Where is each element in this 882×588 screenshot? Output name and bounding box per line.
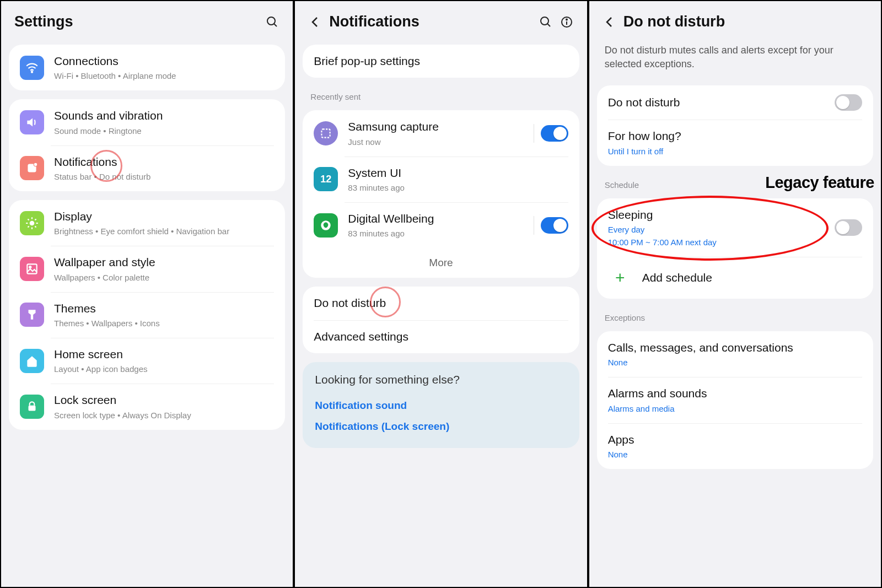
row-title: Display <box>54 209 274 224</box>
brief-popup-card: Brief pop-up settings <box>303 45 579 78</box>
settings-group-connections: Connections Wi-Fi • Bluetooth • Airplane… <box>9 45 285 90</box>
row-title: Sleeping <box>608 207 828 223</box>
page-title: Do not disturb <box>623 13 868 30</box>
tip-link[interactable]: Notifications (Lock screen) <box>315 416 567 437</box>
plus-icon: + <box>608 266 632 290</box>
svg-point-4 <box>34 163 37 167</box>
add-schedule-row[interactable]: + Add schedule <box>597 257 873 299</box>
row-sub: Brightness • Eye comfort shield • Naviga… <box>54 225 274 237</box>
svg-point-0 <box>267 17 275 25</box>
wallpaper-icon <box>20 257 44 281</box>
notifications-panel: Notifications Brief pop-up settings Rece… <box>294 0 588 588</box>
back-icon[interactable] <box>308 15 322 29</box>
dnd-main-card: Do not disturb For how long? Until I tur… <box>597 85 873 165</box>
search-icon[interactable] <box>265 15 279 29</box>
row-sub: Alarms and media <box>608 403 862 414</box>
lockscreen-row[interactable]: Lock screen Screen lock type • Always On… <box>9 384 285 429</box>
header: Do not disturb <box>589 1 881 40</box>
display-row[interactable]: Display Brightness • Eye comfort shield … <box>9 200 285 246</box>
wifi-icon <box>20 56 44 80</box>
svg-rect-16 <box>29 406 36 411</box>
app-time: 83 minutes ago <box>348 228 525 239</box>
row-sub: Themes • Wallpapers • Icons <box>54 317 274 329</box>
tip-card: Looking for something else? Notification… <box>303 362 579 448</box>
exception-row[interactable]: Calls, messages, and conversations None <box>597 331 873 377</box>
svg-line-11 <box>35 226 36 227</box>
row-title: Do not disturb <box>608 95 828 110</box>
recently-sent-card: Samsung capture Just now 12 System UI 83… <box>303 110 579 278</box>
row-sub: Sound mode • Ringtone <box>54 125 274 137</box>
exceptions-label: Exceptions <box>589 303 881 327</box>
row-sub: Until I turn it off <box>608 145 862 157</box>
row-sub: Wi-Fi • Bluetooth • Airplane mode <box>54 70 274 82</box>
row-sub: Wallpapers • Color palette <box>54 272 274 283</box>
dnd-advanced-card: Do not disturb Advanced settings <box>303 287 579 353</box>
dnd-panel: Do not disturb Do not disturb mutes call… <box>588 0 882 588</box>
app-toggle[interactable] <box>541 217 568 234</box>
tip-link[interactable]: Notification sound <box>315 395 567 416</box>
display-icon <box>20 211 44 235</box>
row-title: Calls, messages, and conversations <box>608 340 862 355</box>
dnd-row[interactable]: Do not disturb <box>303 287 579 320</box>
settings-group-display: Display Brightness • Eye comfort shield … <box>9 200 285 430</box>
app-time: 83 minutes ago <box>348 182 568 193</box>
row-title: Wallpaper and style <box>54 255 274 270</box>
settings-panel: Settings Connections Wi-Fi • Bluetooth •… <box>0 0 294 588</box>
svg-point-15 <box>29 266 31 268</box>
app-notif-row[interactable]: Digital Wellbeing 83 minutes ago <box>303 202 579 248</box>
app-toggle[interactable] <box>541 125 568 142</box>
connections-row[interactable]: Connections Wi-Fi • Bluetooth • Airplane… <box>9 45 285 90</box>
row-title: Advanced settings <box>314 329 568 344</box>
svg-point-17 <box>541 17 548 25</box>
header: Settings <box>1 1 293 40</box>
advanced-settings-row[interactable]: Advanced settings <box>303 320 579 353</box>
dnd-description: Do not disturb mutes calls and alerts ex… <box>589 40 881 81</box>
row-sub: Every day <box>608 224 828 235</box>
search-icon[interactable] <box>539 15 553 29</box>
svg-line-13 <box>35 219 36 220</box>
samsung-capture-icon <box>314 121 338 145</box>
sleeping-toggle[interactable] <box>835 219 862 236</box>
app-name: Digital Wellbeing <box>348 211 525 226</box>
exception-row[interactable]: Apps None <box>597 423 873 469</box>
back-icon[interactable] <box>603 15 617 29</box>
row-title: Lock screen <box>54 392 274 408</box>
digital-wellbeing-icon <box>314 213 338 238</box>
row-title: Alarms and sounds <box>608 386 862 401</box>
themes-row[interactable]: Themes Themes • Wallpapers • Icons <box>9 292 285 338</box>
brief-popup-row[interactable]: Brief pop-up settings <box>303 45 579 78</box>
app-notif-row[interactable]: 12 System UI 83 minutes ago <box>303 157 579 202</box>
svg-line-18 <box>547 24 550 26</box>
more-button[interactable]: More <box>303 248 579 278</box>
settings-group-sound-notif: Sounds and vibration Sound mode • Ringto… <box>9 99 285 191</box>
row-sub2: 10:00 PM ~ 7:00 AM next day <box>608 236 828 248</box>
recently-sent-label: Recently sent <box>295 82 587 106</box>
notif-icon <box>20 156 44 180</box>
app-notif-row[interactable]: Samsung capture Just now <box>303 110 579 156</box>
row-title: Do not disturb <box>314 295 568 311</box>
row-title: Connections <box>54 53 274 69</box>
page-title: Settings <box>14 13 259 30</box>
svg-point-21 <box>566 19 567 20</box>
dnd-toggle[interactable] <box>835 94 862 111</box>
homescreen-row[interactable]: Home screen Layout • App icon badges <box>9 338 285 384</box>
tip-title: Looking for something else? <box>315 373 567 386</box>
dnd-toggle-row[interactable]: Do not disturb <box>597 85 873 120</box>
how-long-row[interactable]: For how long? Until I turn it off <box>597 120 873 165</box>
lock-icon <box>20 395 44 419</box>
wallpaper-row[interactable]: Wallpaper and style Wallpapers • Color p… <box>9 246 285 292</box>
sounds-row[interactable]: Sounds and vibration Sound mode • Ringto… <box>9 99 285 145</box>
row-sub: None <box>608 357 862 368</box>
row-sub: Status bar • Do not disturb <box>54 171 274 182</box>
exceptions-card: Calls, messages, and conversations None … <box>597 331 873 469</box>
info-icon[interactable] <box>560 15 574 29</box>
sound-icon <box>20 110 44 134</box>
row-title: Home screen <box>54 347 274 362</box>
header: Notifications <box>295 1 587 40</box>
sleeping-row[interactable]: Sleeping Every day 10:00 PM ~ 7:00 AM ne… <box>597 198 873 257</box>
system-ui-icon: 12 <box>314 167 338 191</box>
exception-row[interactable]: Alarms and sounds Alarms and media <box>597 377 873 423</box>
schedule-label: Schedule <box>589 170 881 194</box>
notifications-row[interactable]: Notifications Status bar • Do not distur… <box>9 145 285 191</box>
svg-point-2 <box>31 71 33 72</box>
